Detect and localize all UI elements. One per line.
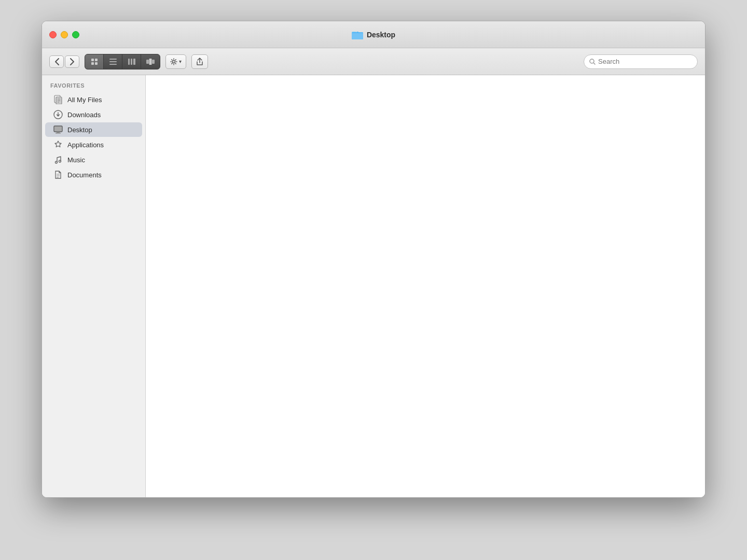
svg-line-19 bbox=[594, 63, 596, 64]
forward-button[interactable] bbox=[65, 55, 79, 68]
svg-rect-11 bbox=[128, 59, 130, 65]
chevron-right-icon bbox=[70, 58, 75, 65]
sidebar-item-documents[interactable]: Documents bbox=[45, 167, 142, 182]
window-title-area: Desktop bbox=[352, 30, 395, 39]
nav-buttons bbox=[49, 55, 79, 68]
action-dropdown-arrow: ▾ bbox=[179, 59, 182, 64]
sidebar-item-label-downloads: Downloads bbox=[67, 111, 101, 119]
back-button[interactable] bbox=[49, 55, 64, 68]
icon-view-icon bbox=[91, 58, 98, 65]
documents-icon bbox=[53, 170, 63, 179]
gear-icon bbox=[170, 58, 177, 65]
svg-rect-7 bbox=[95, 62, 98, 65]
svg-rect-8 bbox=[109, 59, 117, 60]
sidebar-item-label-applications: Applications bbox=[67, 141, 104, 149]
search-input[interactable] bbox=[598, 58, 692, 65]
icon-view-button[interactable] bbox=[85, 54, 104, 69]
toolbar: ▾ bbox=[42, 48, 705, 75]
sidebar-item-label-music: Music bbox=[67, 156, 85, 164]
view-buttons bbox=[85, 54, 160, 69]
svg-rect-30 bbox=[54, 127, 62, 131]
sidebar-item-label-documents: Documents bbox=[67, 171, 102, 179]
sidebar-item-label-desktop: Desktop bbox=[67, 126, 92, 134]
main-content: Favorites All My Files bbox=[42, 75, 705, 497]
svg-rect-9 bbox=[109, 61, 117, 62]
svg-rect-13 bbox=[133, 59, 135, 65]
cover-flow-view-button[interactable] bbox=[141, 54, 160, 69]
svg-rect-32 bbox=[56, 133, 61, 134]
sidebar: Favorites All My Files bbox=[42, 75, 146, 497]
chevron-left-icon bbox=[54, 58, 59, 65]
svg-rect-12 bbox=[131, 59, 132, 65]
action-button[interactable]: ▾ bbox=[165, 54, 186, 69]
close-button[interactable] bbox=[49, 31, 57, 38]
traffic-lights bbox=[49, 31, 79, 38]
share-button[interactable] bbox=[191, 54, 208, 69]
svg-rect-4 bbox=[91, 59, 94, 61]
svg-rect-6 bbox=[91, 62, 94, 65]
files-icon bbox=[53, 95, 63, 104]
file-area bbox=[146, 75, 705, 497]
share-icon bbox=[196, 58, 203, 66]
sidebar-item-desktop[interactable]: Desktop bbox=[45, 122, 142, 137]
folder-icon bbox=[352, 30, 363, 39]
list-view-button[interactable] bbox=[104, 54, 122, 69]
list-view-icon bbox=[109, 59, 117, 65]
svg-point-17 bbox=[173, 60, 175, 63]
desktop-icon bbox=[53, 125, 63, 134]
finder-window: Desktop bbox=[42, 21, 706, 498]
svg-point-18 bbox=[590, 59, 594, 63]
svg-rect-15 bbox=[149, 59, 152, 65]
svg-point-34 bbox=[59, 160, 61, 162]
sidebar-section-favorites: Favorites bbox=[42, 82, 145, 92]
svg-rect-16 bbox=[152, 60, 155, 64]
sidebar-item-label-all-my-files: All My Files bbox=[67, 96, 102, 104]
sidebar-item-music[interactable]: Music bbox=[45, 152, 142, 167]
window-title: Desktop bbox=[367, 31, 395, 39]
cover-flow-icon bbox=[146, 59, 155, 65]
svg-rect-14 bbox=[146, 60, 149, 64]
svg-rect-31 bbox=[57, 132, 60, 133]
column-view-button[interactable] bbox=[122, 54, 141, 69]
svg-rect-5 bbox=[95, 59, 98, 61]
search-icon bbox=[589, 59, 596, 65]
sidebar-item-applications[interactable]: Applications bbox=[45, 137, 142, 152]
applications-icon bbox=[53, 140, 63, 149]
magnifier-icon bbox=[589, 59, 596, 65]
search-bar[interactable] bbox=[584, 54, 698, 69]
svg-rect-10 bbox=[109, 64, 117, 65]
maximize-button[interactable] bbox=[72, 31, 79, 38]
column-view-icon bbox=[128, 59, 135, 65]
svg-point-33 bbox=[56, 161, 58, 163]
downloads-icon bbox=[53, 110, 63, 119]
minimize-button[interactable] bbox=[61, 31, 68, 38]
title-bar: Desktop bbox=[42, 21, 705, 48]
music-icon bbox=[53, 155, 63, 164]
sidebar-item-all-my-files[interactable]: All My Files bbox=[45, 92, 142, 107]
sidebar-item-downloads[interactable]: Downloads bbox=[45, 107, 142, 122]
